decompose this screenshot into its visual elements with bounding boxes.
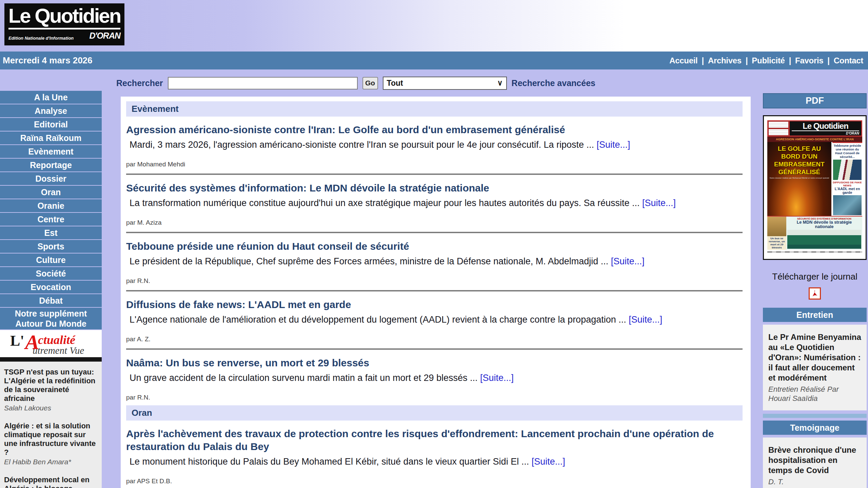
top-nav: Accueil | Archives | Publicité | Favoris…	[669, 56, 863, 65]
nav-item-accueil[interactable]: Accueil	[669, 56, 697, 65]
search-category-select[interactable]: Tout ∨	[383, 77, 507, 90]
actualite-autrement-vue-logo[interactable]: L' A ctualité utrement Vue	[0, 330, 102, 357]
sidebar-item-evocation[interactable]: Evocation	[0, 281, 102, 293]
header: Le Quotidien Edition Nationale d'Informa…	[0, 0, 868, 52]
sidebar-item-est[interactable]: Est	[0, 226, 102, 239]
suite-link[interactable]: [Suite...]	[480, 373, 514, 383]
sidebar-item-editorial[interactable]: Editorial	[0, 118, 102, 131]
article-feed: Evènement Agression américano-sioniste c…	[121, 97, 751, 488]
pdf-icon-wrap	[763, 287, 867, 300]
article-summary: Mardi, 3 mars 2026, l'agression américan…	[130, 140, 594, 150]
article-title[interactable]: Diffusions de fake news: L'AADL met en g…	[126, 298, 743, 311]
sidebar-article-title[interactable]: TSGP n'est pas un tuyau: L'Algérie et la…	[4, 368, 98, 403]
cover-headline: LE GOLFE AU BORD D'UN EMBRASEMENT GÉNÉRA…	[767, 145, 831, 176]
sidebar-item-culture[interactable]: Culture	[0, 253, 102, 266]
right-article-title[interactable]: Brève chronique d'une hospitalisation en…	[768, 445, 861, 475]
article-summary: Le président de la République, Chef supr…	[130, 256, 608, 266]
sidebar-item-supplement[interactable]: Notre supplément Autour Du Monde	[0, 308, 102, 329]
section-header-temoignage: Temoignage	[763, 421, 867, 435]
cover-right-column: Tebboune préside une réunion du Haut Con…	[832, 142, 862, 216]
nav-item-archives[interactable]: Archives	[708, 56, 742, 65]
sidebar-item-analyse[interactable]: Analyse	[0, 104, 102, 117]
sidebar-article-title[interactable]: Développement local en Algérie : le bloc…	[4, 475, 98, 488]
cover-panel-photo	[787, 230, 861, 249]
sidebar-item-debat[interactable]: Débat	[0, 294, 102, 307]
article-byline: par M. Aziza	[126, 219, 743, 226]
cover-right-mid-title: L'AADL met en garde	[832, 187, 862, 195]
divider-bar	[0, 357, 102, 362]
article-byline: par Mohamed Mehdi	[126, 161, 743, 168]
sidebar-item-oran[interactable]: Oran	[0, 186, 102, 199]
article-title[interactable]: Tebboune préside une réunion du Haut con…	[126, 240, 743, 253]
suite-link[interactable]: [Suite...]	[611, 256, 645, 266]
article-summary: Un grave accident de la circulation surv…	[130, 373, 478, 383]
sidebar-item-reportage[interactable]: Reportage	[0, 159, 102, 171]
chevron-down-icon: ∨	[497, 79, 502, 87]
sidebar-item-evenement[interactable]: Evènement	[0, 145, 102, 158]
go-button[interactable]: Go	[362, 77, 378, 89]
search-category-value: Tout	[387, 79, 403, 88]
cover-price-box	[768, 121, 789, 136]
page: Le Quotidien Edition Nationale d'Informa…	[0, 0, 868, 488]
suite-link[interactable]: [Suite...]	[642, 198, 676, 208]
pdf-icon[interactable]	[809, 287, 821, 300]
cover-president-photo	[833, 160, 862, 180]
sidebar-item-raina-raikoum[interactable]: Raïna Raïkoum	[0, 131, 102, 144]
alt-logo-word2: utrement Vue	[33, 345, 84, 356]
right-sidebar: PDF Le Quotidien D'ORAN AGRESSION AMÉRIC…	[761, 69, 868, 488]
site-logo[interactable]: Le Quotidien Edition Nationale d'Informa…	[4, 3, 124, 45]
suite-link[interactable]: [Suite...]	[629, 314, 662, 325]
cover-bottom-row: Un bus se renverse, un mort et 29 blessé…	[767, 216, 862, 250]
pdf-heading: PDF	[806, 96, 824, 106]
right-article-author: Entretien Réalisé Par Houari Saaïdia	[768, 385, 861, 403]
logo-tagline: Edition Nationale d'Information	[8, 36, 74, 41]
pdf-section-header: PDF	[763, 93, 867, 108]
list-item: Développement local en Algérie : le bloc…	[4, 475, 98, 488]
nav-separator: |	[746, 56, 748, 65]
cover-right-kicker: DIFFUSIONS DE FAKE NEWS	[832, 181, 862, 187]
logo-edition: D'ORAN	[89, 31, 120, 41]
section-heading: Evènement	[132, 104, 179, 114]
article-title[interactable]: Après l'achèvement des travaux de protec…	[126, 427, 743, 453]
temoignage-box: Brève chronique d'une hospitalisation en…	[763, 438, 867, 488]
advanced-search-link[interactable]: Recherche avancées	[512, 78, 595, 88]
sidebar-item-societe[interactable]: Société	[0, 267, 102, 280]
sidebar-article-title[interactable]: Algérie : et si la solution climatique r…	[4, 422, 98, 457]
alt-logo-prefix: L'	[10, 332, 24, 349]
nav-item-publicite[interactable]: Publicité	[752, 56, 785, 65]
sidebar-item-dossier[interactable]: Dossier	[0, 172, 102, 185]
left-sidebar: A la Une Analyse Editorial Raïna Raïkoum…	[0, 69, 102, 488]
cover-bottom-article: SÉCURITÉ DES SYSTÈMES D'INFORMATION Le M…	[786, 217, 862, 250]
cover-fire-photo: LE GOLFE AU BORD D'UN EMBRASEMENT GÉNÉRA…	[767, 142, 831, 216]
right-article-author: D. T.	[768, 477, 861, 486]
section-header-evenement: Evènement	[126, 101, 743, 117]
right-article-title[interactable]: Le Pr Amine Benyamina au «Le Quotidien d…	[768, 332, 861, 383]
search-bar: Rechercher Go Tout ∨ Recherche avancées	[102, 69, 761, 97]
section-header-entretien: Entretien	[763, 308, 867, 322]
cover-middle: LE GOLFE AU BORD D'UN EMBRASEMENT GÉNÉRA…	[767, 142, 862, 216]
sidebar-article-author: El Habib Ben Amara*	[4, 458, 98, 466]
sidebar-item-sports[interactable]: Sports	[0, 240, 102, 253]
article-summary: L'Agence nationale de l'amélioration et …	[130, 314, 626, 325]
nav-item-favoris[interactable]: Favoris	[795, 56, 823, 65]
sidebar-item-a-la-une[interactable]: A la Une	[0, 91, 102, 104]
list-item: TSGP n'est pas un tuyau: L'Algérie et la…	[4, 368, 98, 412]
suite-link[interactable]: [Suite...]	[532, 456, 565, 467]
search-input[interactable]	[168, 77, 358, 89]
article: Après l'achèvement des travaux de protec…	[126, 421, 743, 488]
sidebar-item-oranie[interactable]: Oranie	[0, 199, 102, 212]
pdf-swirl-glyph	[810, 289, 819, 298]
nav-separator: |	[789, 56, 791, 65]
article-title[interactable]: Naâma: Un bus se renverse, un mort et 29…	[126, 357, 743, 369]
cover-masthead-row: Le Quotidien D'ORAN	[767, 120, 862, 137]
newspaper-cover-thumbnail[interactable]: Le Quotidien D'ORAN AGRESSION AMÉRICANO-…	[763, 115, 867, 260]
sidebar-item-centre[interactable]: Centre	[0, 213, 102, 226]
sidebar-article-author: Salah Lakoues	[4, 404, 98, 412]
suite-link[interactable]: [Suite...]	[597, 140, 630, 150]
article-title[interactable]: Sécurité des systèmes d'information: Le …	[126, 182, 743, 195]
article-summary: La transformation numérique constitue au…	[130, 198, 640, 208]
main-column: Rechercher Go Tout ∨ Recherche avancées …	[102, 69, 761, 488]
nav-item-contact[interactable]: Contact	[834, 56, 863, 65]
article-title[interactable]: Agression américano-sioniste contre l'Ir…	[126, 123, 743, 136]
article-summary: Le monument historique du Palais du Bey …	[130, 456, 529, 467]
